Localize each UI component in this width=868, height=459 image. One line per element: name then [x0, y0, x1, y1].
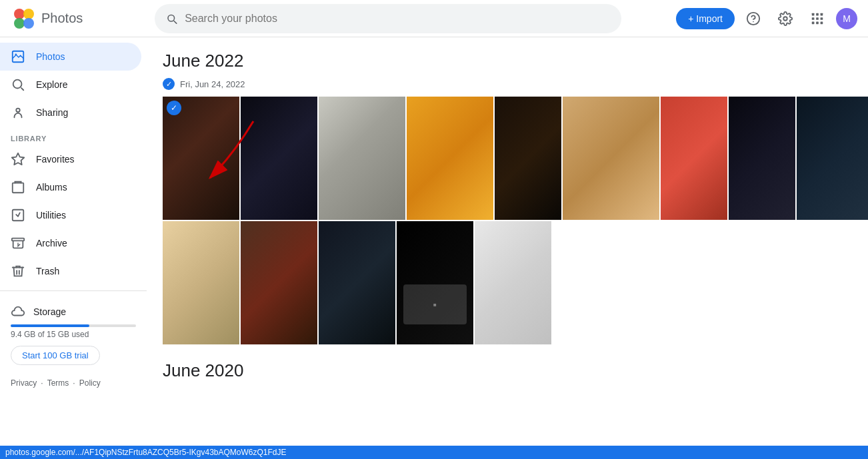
svg-point-5 — [753, 21, 754, 22]
app-header: Photos + Import — [0, 0, 868, 37]
sidebar-item-albums[interactable]: Albums — [0, 173, 141, 201]
import-label: + Import — [688, 13, 723, 24]
sidebar-item-favorites[interactable]: Favorites — [0, 145, 141, 173]
status-bar-url: photos.google.com/.../AF1QipNStzFrtu8AZC… — [5, 448, 287, 457]
svg-point-0 — [14, 9, 25, 19]
svg-point-17 — [13, 80, 22, 89]
albums-label: Albums — [36, 182, 67, 193]
status-bar: photos.google.com/.../AF1QipNStzFrtu8AZC… — [0, 446, 868, 459]
start-trial-button[interactable]: Start 100 GB trial — [11, 346, 100, 365]
storage-bar-background — [11, 324, 136, 327]
favorites-label: Favorites — [36, 154, 75, 165]
svg-rect-10 — [816, 17, 819, 20]
help-button[interactable] — [740, 5, 767, 32]
photo-item[interactable] — [319, 97, 405, 220]
svg-rect-8 — [821, 13, 823, 15]
archive-icon — [11, 236, 25, 250]
svg-rect-11 — [821, 17, 823, 20]
logo-text: Photos — [41, 11, 83, 26]
privacy-link[interactable]: Privacy — [11, 378, 37, 388]
storage-section: Storage 9.4 GB of 15 GB used Start 100 G… — [0, 296, 147, 373]
sidebar-item-archive[interactable]: Archive — [0, 229, 141, 257]
sharing-nav-icon — [11, 105, 25, 120]
photo-item[interactable] — [729, 97, 795, 220]
section-june-2020-title: June 2020 — [163, 360, 852, 381]
archive-label: Archive — [36, 238, 67, 248]
svg-rect-6 — [812, 13, 815, 15]
date-row: ✓ Fri, Jun 24, 2022 — [163, 78, 852, 90]
albums-icon — [11, 180, 25, 195]
photo-item[interactable] — [319, 221, 395, 344]
sidebar-item-trash[interactable]: Trash — [0, 257, 141, 285]
date-label: Fri, Jun 24, 2022 — [180, 79, 245, 89]
photos-nav-icon — [11, 49, 25, 64]
photo-item[interactable]: ■ — [397, 221, 473, 344]
photo-item[interactable] — [241, 97, 317, 220]
storage-text-label: Storage — [33, 306, 66, 317]
search-input[interactable] — [185, 13, 611, 25]
utilities-icon — [11, 208, 25, 223]
cloud-icon — [11, 304, 25, 319]
logo: Photos — [11, 5, 144, 32]
search-bar[interactable] — [155, 4, 621, 33]
sharing-nav-label: Sharing — [36, 107, 68, 118]
photo-grid-row1: ✓ — [163, 97, 852, 220]
photo-item[interactable] — [163, 221, 239, 344]
apps-button[interactable] — [804, 5, 831, 32]
svg-rect-7 — [816, 13, 819, 15]
photo-item[interactable] — [407, 97, 493, 220]
storage-label-row[interactable]: Storage — [11, 304, 136, 319]
sidebar-item-utilities[interactable]: Utilities — [0, 201, 141, 229]
section-june-2022-title: June 2022 — [163, 51, 852, 71]
photo-item[interactable] — [241, 221, 317, 344]
photo-item[interactable] — [475, 221, 551, 344]
svg-point-18 — [16, 109, 20, 113]
date-check-icon[interactable]: ✓ — [163, 78, 175, 90]
svg-rect-13 — [816, 21, 819, 24]
search-icon — [165, 12, 178, 25]
trash-icon — [11, 264, 25, 278]
storage-used-text: 9.4 GB of 15 GB used — [11, 330, 136, 339]
library-section-label: LIBRARY — [0, 127, 147, 145]
policy-link[interactable]: Policy — [79, 378, 101, 388]
settings-button[interactable] — [772, 5, 799, 32]
sidebar-divider — [0, 290, 147, 291]
help-icon — [746, 11, 761, 26]
sidebar: Photos Explore Sharing LIBRARY Favorites — [0, 37, 147, 459]
explore-nav-label: Explore — [36, 79, 67, 90]
terms-link[interactable]: Terms — [47, 378, 69, 388]
svg-point-2 — [14, 18, 25, 29]
sidebar-item-sharing[interactable]: Sharing — [0, 99, 141, 127]
svg-rect-14 — [821, 21, 823, 24]
explore-nav-icon — [11, 77, 25, 92]
svg-rect-12 — [812, 21, 815, 24]
svg-rect-9 — [812, 17, 815, 20]
svg-rect-22 — [12, 238, 24, 241]
avatar[interactable]: M — [836, 8, 857, 29]
photo-item[interactable] — [661, 97, 727, 220]
svg-rect-20 — [13, 183, 24, 193]
footer-links: Privacy · Terms · Policy — [0, 373, 147, 393]
photo-item[interactable] — [797, 97, 868, 220]
photo-item[interactable] — [495, 97, 561, 220]
sidebar-item-explore[interactable]: Explore — [0, 71, 141, 99]
trash-label: Trash — [36, 266, 59, 276]
google-photos-logo-icon — [11, 5, 37, 32]
photo-item[interactable]: ✓ — [163, 97, 239, 220]
photo-item[interactable] — [563, 97, 659, 220]
svg-point-3 — [23, 18, 34, 29]
utilities-label: Utilities — [36, 210, 66, 221]
apps-grid-icon — [810, 11, 825, 26]
main-content: June 2022 ✓ Fri, Jun 24, 2022 ✓ — [147, 37, 868, 459]
main-layout: Photos Explore Sharing LIBRARY Favorites — [0, 37, 868, 459]
header-actions: + Import — [676, 5, 857, 32]
photos-nav-label: Photos — [36, 51, 65, 62]
import-button[interactable]: + Import — [676, 8, 735, 29]
svg-marker-19 — [12, 153, 24, 165]
photo-grid-row2: ■ — [163, 221, 852, 344]
sidebar-item-photos[interactable]: Photos — [0, 43, 141, 71]
svg-point-1 — [23, 9, 34, 19]
favorites-icon — [11, 152, 25, 167]
storage-bar-fill — [11, 324, 89, 327]
gear-icon — [778, 11, 793, 26]
